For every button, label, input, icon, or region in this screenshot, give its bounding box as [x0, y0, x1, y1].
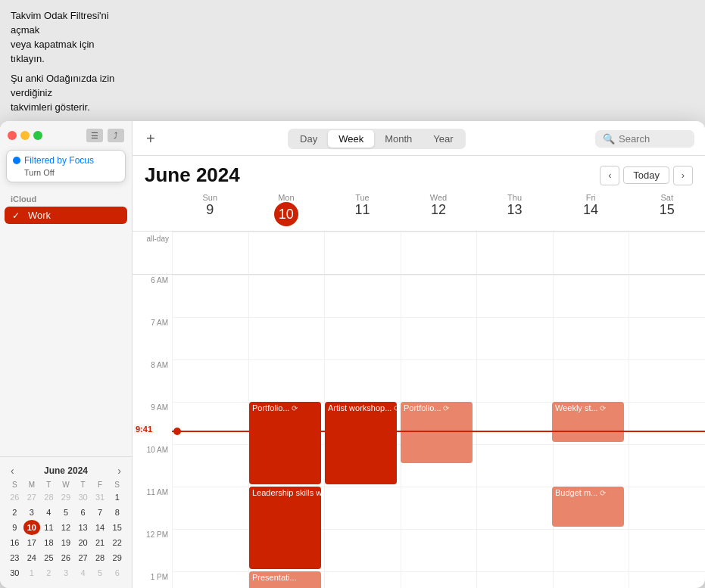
mini-cal-day[interactable]: 1 [23, 565, 41, 580]
allday-cell-1[interactable] [248, 232, 325, 274]
time-cell[interactable] [401, 487, 477, 529]
time-cell[interactable] [476, 359, 553, 402]
day-header-2[interactable]: Tue 11 [324, 191, 401, 228]
mini-cal-day[interactable]: 31 [92, 490, 109, 505]
allday-cell-2[interactable] [324, 232, 401, 274]
fullscreen-button[interactable] [33, 131, 42, 140]
mini-cal-day[interactable]: 13 [74, 520, 92, 535]
time-cell[interactable] [248, 359, 325, 402]
time-cell[interactable] [248, 317, 325, 359]
time-cell[interactable] [476, 317, 553, 359]
time-cell[interactable] [324, 275, 401, 317]
calendar-event[interactable]: Weekly st... ⟳ [552, 402, 624, 442]
allday-cell-0[interactable] [172, 232, 248, 274]
calendar-event[interactable]: Portfolio... ⟳ [249, 402, 321, 484]
time-cell[interactable] [553, 359, 629, 402]
time-cell[interactable] [401, 529, 477, 571]
time-cell[interactable] [401, 275, 477, 317]
mini-cal-day[interactable]: 15 [108, 520, 126, 535]
mini-cal-day[interactable]: 26 [6, 490, 23, 505]
time-cell[interactable] [476, 402, 553, 444]
calendar-event[interactable]: Portfolio... ⟳ [401, 402, 473, 463]
time-cell[interactable] [172, 444, 248, 487]
allday-cell-3[interactable] [401, 232, 477, 274]
mini-cal-day[interactable]: 25 [40, 550, 58, 565]
mini-cal-day[interactable]: 21 [92, 535, 109, 550]
mini-cal-next[interactable]: › [114, 465, 124, 477]
time-cell[interactable] [172, 402, 248, 444]
mini-cal-day[interactable]: 16 [6, 535, 23, 550]
time-cell[interactable] [629, 487, 705, 529]
mini-cal-day[interactable]: 3 [58, 565, 75, 580]
calendar-event[interactable]: Leadership skills work... ⟳ [249, 487, 321, 569]
mini-cal-day[interactable]: 29 [58, 490, 75, 505]
mini-cal-day[interactable]: 27 [74, 550, 92, 565]
minimize-button[interactable] [20, 131, 30, 140]
time-cell[interactable] [172, 359, 248, 402]
time-cell[interactable] [401, 317, 477, 359]
mini-cal-day[interactable]: 5 [92, 565, 109, 580]
time-cell[interactable] [629, 317, 705, 359]
time-cell[interactable] [553, 275, 629, 317]
turn-off-label[interactable]: Turn Off [24, 168, 119, 177]
mini-cal-day[interactable]: 8 [108, 505, 126, 520]
time-cell[interactable] [553, 571, 629, 588]
time-cell[interactable] [476, 444, 553, 487]
mini-cal-day[interactable]: 23 [6, 550, 23, 565]
time-cell[interactable] [324, 317, 401, 359]
sidebar-list-icon[interactable]: ☰ [86, 129, 103, 142]
time-cell[interactable] [553, 317, 629, 359]
day-header-1[interactable]: Mon 10 [248, 191, 325, 228]
prev-week-button[interactable]: ‹ [600, 166, 619, 185]
mini-cal-day[interactable]: 30 [6, 565, 23, 580]
mini-cal-day[interactable]: 28 [92, 550, 109, 565]
time-cell[interactable] [324, 571, 401, 588]
time-cell[interactable] [476, 529, 553, 571]
allday-cell-4[interactable] [476, 232, 553, 274]
mini-cal-day[interactable]: 11 [40, 520, 58, 535]
time-cell[interactable] [401, 359, 477, 402]
time-cell[interactable] [172, 529, 248, 571]
add-event-button[interactable]: + [143, 130, 158, 148]
time-cell[interactable] [172, 571, 248, 588]
calendar-event[interactable]: Budget m... ⟳ [552, 487, 624, 527]
view-year-button[interactable]: Year [423, 130, 463, 148]
time-cell[interactable] [172, 317, 248, 359]
mini-cal-day[interactable]: 2 [6, 505, 23, 520]
mini-cal-day[interactable]: 6 [74, 505, 92, 520]
time-cell[interactable] [629, 402, 705, 444]
time-cell[interactable] [401, 571, 477, 588]
time-cell[interactable] [629, 359, 705, 402]
calendar-event[interactable]: Presentati... [249, 571, 321, 588]
mini-cal-day[interactable]: 4 [40, 505, 58, 520]
time-cell[interactable] [324, 529, 401, 571]
mini-cal-day[interactable]: 3 [23, 505, 41, 520]
time-cell[interactable] [553, 529, 629, 571]
time-cell[interactable] [476, 571, 553, 588]
mini-cal-day[interactable]: 14 [92, 520, 109, 535]
mini-cal-prev[interactable]: ‹ [8, 465, 17, 477]
time-cell[interactable] [629, 571, 705, 588]
view-day-button[interactable]: Day [289, 130, 328, 148]
time-cell[interactable] [324, 487, 401, 529]
view-month-button[interactable]: Month [374, 130, 423, 148]
calendar-event[interactable]: Artist workshop... ⟳ [325, 402, 397, 484]
allday-cell-6[interactable] [629, 232, 705, 274]
mini-cal-day[interactable]: 9 [6, 520, 23, 535]
mini-cal-day[interactable]: 17 [23, 535, 41, 550]
time-cell[interactable] [476, 487, 553, 529]
day-header-3[interactable]: Wed 12 [401, 191, 477, 228]
time-cell[interactable] [629, 529, 705, 571]
mini-cal-day[interactable]: 18 [40, 535, 58, 550]
mini-cal-day[interactable]: 12 [58, 520, 75, 535]
mini-cal-day[interactable]: 19 [58, 535, 75, 550]
mini-cal-day[interactable]: 27 [23, 490, 41, 505]
time-cell[interactable] [553, 444, 629, 487]
day-header-6[interactable]: Sat 15 [629, 191, 705, 228]
mini-cal-day[interactable]: 6 [108, 565, 126, 580]
sidebar-share-icon[interactable]: ⤴ [108, 129, 124, 142]
mini-cal-day[interactable]: 22 [108, 535, 126, 550]
day-header-4[interactable]: Thu 13 [476, 191, 553, 228]
time-cell[interactable] [172, 487, 248, 529]
mini-cal-day[interactable]: 29 [108, 550, 126, 565]
